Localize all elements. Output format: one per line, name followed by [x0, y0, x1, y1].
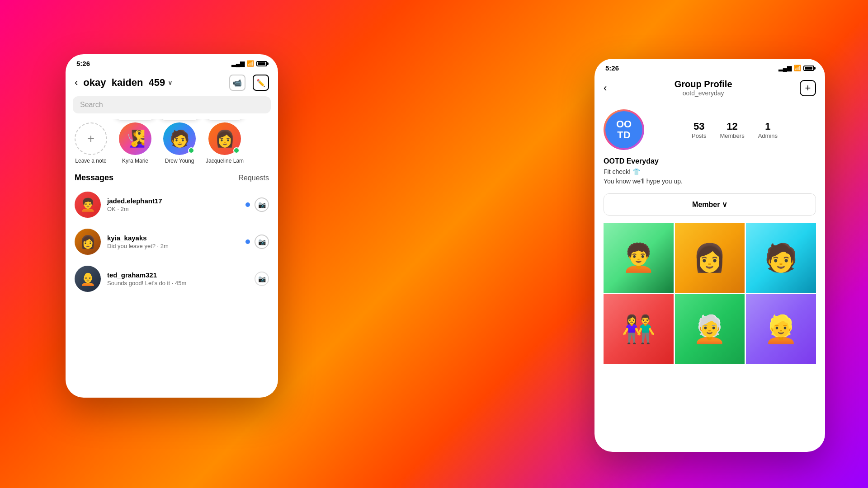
message-item[interactable]: 👩 kyia_kayaks Did you leave yet? · 2m 📷: [73, 223, 271, 260]
group-avatar-initials: OO TD: [605, 111, 642, 148]
photo-cell[interactable]: 👱: [746, 294, 816, 364]
photo-cell[interactable]: 🧑‍🦱: [604, 223, 674, 293]
chevron-down-icon[interactable]: ∨: [168, 79, 172, 86]
message-item[interactable]: 🧑‍🦱 jaded.elephant17 OK · 2m 📷: [73, 186, 271, 223]
stat-members: 12 Members: [720, 121, 744, 139]
video-icon: 📹: [233, 79, 242, 87]
ted-username: ted_graham321: [107, 271, 248, 279]
photo-cell[interactable]: 🧑: [746, 223, 816, 293]
ted-info: ted_graham321 Sounds good! Let's do it ·…: [107, 271, 248, 286]
story-item-drew[interactable]: Finally landing inNYC! ❤️ 🧑 Drew Young: [161, 122, 198, 164]
status-bar-left: 5:26 ▂▄▆ 📶: [66, 54, 278, 71]
kyra-face: 🧏‍♀️: [119, 122, 151, 155]
photo-cell[interactable]: 👩: [675, 223, 745, 293]
posts-label: Posts: [692, 132, 707, 139]
messages-section-header: Messages Requests: [66, 171, 278, 186]
photo-cell[interactable]: 👫: [604, 294, 674, 364]
edit-button[interactable]: ✏️: [253, 75, 269, 91]
photo-5: 🧑‍🦳: [675, 294, 745, 364]
kyra-avatar-wrap: Why is tomorrowMonday!? 😩 🧏‍♀️: [119, 122, 151, 155]
requests-link[interactable]: Requests: [238, 174, 269, 182]
group-avatar-wrap: OO TD: [604, 109, 644, 150]
initials-line1: OO: [616, 119, 632, 130]
stat-admins: 1 Admins: [758, 121, 778, 139]
video-call-button[interactable]: 📹: [229, 75, 245, 91]
drew-avatar-wrap: Finally landing inNYC! ❤️ 🧑: [163, 122, 196, 155]
ted-preview: Sounds good! Let's do it · 45m: [107, 280, 248, 286]
jaded-avatar: 🧑‍🦱: [75, 192, 101, 218]
message-item[interactable]: 🧑‍🦲 ted_graham321 Sounds good! Let's do …: [73, 260, 271, 297]
photo-6: 👱: [746, 294, 816, 364]
kyia-avatar: 👩: [75, 229, 101, 255]
add-note-button[interactable]: +: [75, 122, 107, 155]
jaded-preview: OK · 2m: [107, 206, 239, 212]
member-button[interactable]: Member ∨: [604, 193, 816, 216]
group-profile-body: OO TD 53 Posts 12 Members 1 Admins: [594, 102, 825, 371]
initials-line2: TD: [617, 130, 630, 141]
time-left: 5:26: [76, 60, 90, 67]
chat-title: okay_kaiden_459 ∨: [83, 77, 224, 89]
unread-indicator: [245, 202, 250, 207]
battery-icon: [256, 61, 267, 66]
search-placeholder: Search: [80, 101, 103, 108]
back-button-group[interactable]: ‹: [604, 82, 607, 94]
jacqueline-avatar-wrap: Game night thisweekend? 🎱 👩: [208, 122, 241, 155]
group-info-row: OO TD 53 Posts 12 Members 1 Admins: [604, 109, 816, 150]
kyra-note-bubble: Why is tomorrowMonday!? 😩: [113, 119, 157, 121]
group-title-wrap: Group Profile ootd_everyday: [607, 79, 800, 97]
kyra-avatar: 🧏‍♀️: [119, 122, 151, 155]
story-item-kyra[interactable]: Why is tomorrowMonday!? 😩 🧏‍♀️ Kyra Mari…: [117, 122, 153, 164]
stat-posts: 53 Posts: [692, 121, 707, 139]
camera-button[interactable]: 📷: [255, 197, 269, 212]
kyia-preview: Did you leave yet? · 2m: [107, 243, 239, 249]
group-bio: Fit check! 👕 You know we'll hype you up.: [604, 167, 816, 186]
kyia-actions: 📷: [245, 235, 269, 249]
left-phone: 5:26 ▂▄▆ 📶 ‹ okay_kaiden_459 ∨ 📹 ✏️ Sear…: [66, 54, 278, 398]
kyia-username: kyia_kayaks: [107, 234, 239, 242]
admins-label: Admins: [758, 132, 778, 139]
header-action-icons: 📹 ✏️: [229, 75, 269, 91]
story-label-self: Leave a note: [75, 158, 106, 164]
status-bar-right: 5:26 ▂▄▆ 📶: [594, 59, 825, 75]
members-label: Members: [720, 132, 744, 139]
drew-note-bubble: Finally landing inNYC! ❤️: [158, 119, 202, 121]
photo-3: 🧑: [746, 223, 816, 293]
status-icons-right: ▂▄▆ 📶: [778, 65, 814, 71]
messages-header: ‹ okay_kaiden_459 ∨ 📹 ✏️: [66, 71, 278, 96]
story-item-jacqueline[interactable]: Game night thisweekend? 🎱 👩 Jacqueline L…: [206, 122, 244, 164]
ted-avatar: 🧑‍🦲: [75, 266, 101, 292]
jaded-actions: 📷: [245, 197, 269, 212]
stories-row: + Leave a note Why is tomorrowMonday!? 😩…: [66, 119, 278, 171]
members-count: 12: [720, 121, 744, 132]
kyra-label: Kyra Marie: [122, 158, 148, 164]
group-avatar: OO TD: [604, 109, 644, 150]
photo-2: 👩: [675, 223, 745, 293]
camera-button[interactable]: 📷: [255, 272, 269, 286]
jaded-username: jaded.elephant17: [107, 197, 239, 205]
edit-icon: ✏️: [256, 79, 265, 87]
group-stats: 53 Posts 12 Members 1 Admins: [653, 121, 816, 139]
message-list: 🧑‍🦱 jaded.elephant17 OK · 2m 📷 👩 kyia_ka…: [66, 186, 278, 297]
drew-label: Drew Young: [165, 158, 194, 164]
right-phone: 5:26 ▂▄▆ 📶 ‹ Group Profile ootd_everyday…: [594, 59, 825, 452]
add-member-button[interactable]: +: [800, 80, 816, 96]
photo-4: 👫: [604, 294, 674, 364]
bio-line1: Fit check! 👕: [604, 168, 640, 175]
battery-icon: [803, 66, 814, 71]
camera-button[interactable]: 📷: [255, 235, 269, 249]
jacqueline-online-indicator: [233, 147, 240, 154]
search-bar[interactable]: Search: [73, 96, 271, 113]
plus-icon: +: [87, 131, 94, 146]
unread-indicator: [245, 239, 250, 244]
photo-cell[interactable]: 🧑‍🦳: [675, 294, 745, 364]
wifi-icon: 📶: [247, 60, 254, 67]
status-icons-left: ▂▄▆ 📶: [231, 60, 267, 67]
story-item-self[interactable]: + Leave a note: [73, 122, 109, 164]
messages-title: Messages: [75, 173, 113, 183]
photo-1: 🧑‍🦱: [604, 223, 674, 293]
group-profile-title: Group Profile: [607, 79, 800, 89]
group-profile-subtitle: ootd_everyday: [607, 89, 800, 97]
back-button[interactable]: ‹: [75, 77, 78, 89]
drew-online-indicator: [188, 147, 194, 154]
group-profile-header: ‹ Group Profile ootd_everyday +: [594, 75, 825, 102]
